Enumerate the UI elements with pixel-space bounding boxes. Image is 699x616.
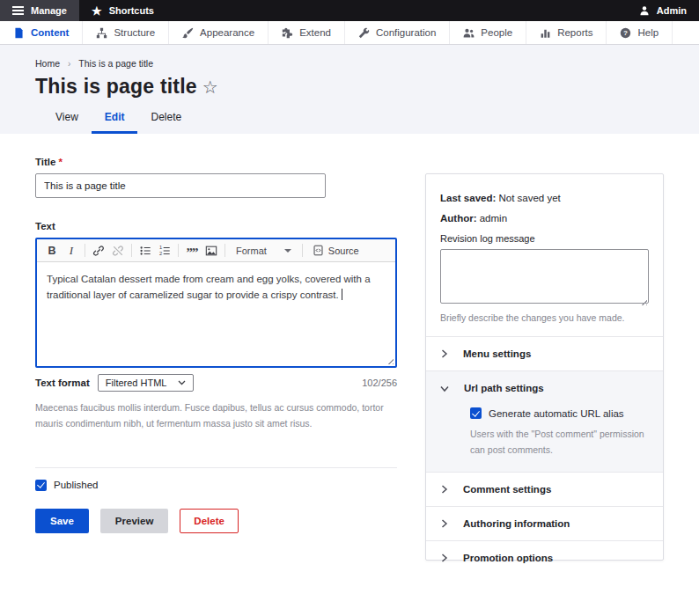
manage-label: Manage: [31, 5, 67, 16]
text-format-value: Filtered HTML: [106, 378, 167, 388]
star-icon: ★: [92, 5, 102, 17]
menu-item-label: Appearance: [200, 27, 254, 38]
title-field-label: Title*: [35, 157, 397, 167]
puzzle-icon: [282, 27, 293, 39]
menu-item-content[interactable]: Content: [0, 21, 83, 44]
tab-view[interactable]: View: [42, 102, 92, 134]
menu-item-help[interactable]: ? Help: [607, 21, 673, 44]
editor-content-area[interactable]: Typical Catalan dessert made from cream …: [37, 262, 395, 366]
url-alias-checkbox[interactable]: [470, 407, 482, 419]
editor-toolbar: B I 12 ””: [37, 239, 395, 262]
editor-text: Typical Catalan dessert made from cream …: [47, 274, 371, 300]
menu-item-extend[interactable]: Extend: [269, 21, 345, 44]
bold-button[interactable]: B: [42, 242, 62, 259]
author-value: admin: [480, 213, 507, 224]
admin-user-label: Admin: [657, 5, 687, 16]
form-actions: Save Preview Delete: [35, 509, 397, 533]
chevron-right-icon: [440, 554, 448, 562]
section-comment-settings-toggle[interactable]: Comment settings: [426, 473, 663, 506]
revision-log-textarea[interactable]: [440, 249, 649, 304]
toolbar-separator: [131, 244, 132, 257]
question-icon: ?: [620, 27, 631, 39]
person-icon: [639, 5, 650, 16]
published-checkbox[interactable]: [35, 480, 47, 491]
author-line: Author: admin: [440, 213, 649, 224]
published-label: Published: [54, 480, 99, 490]
menu-item-reports[interactable]: Reports: [526, 21, 607, 44]
revision-log-wrapper: [440, 249, 649, 307]
admin-user-menu[interactable]: Admin: [627, 0, 699, 21]
chevron-down-icon: [178, 380, 186, 385]
breadcrumb-current: This is a page title: [78, 58, 153, 69]
manage-menu-button[interactable]: Manage: [0, 0, 79, 21]
svg-text:?: ?: [623, 29, 628, 37]
chevron-right-icon: [440, 519, 448, 528]
blockquote-button[interactable]: ””: [182, 242, 202, 259]
section-authoring-toggle[interactable]: Authoring information: [426, 507, 663, 540]
admin-menu-bar: Content Structure Appearance Extend Conf…: [0, 21, 699, 45]
breadcrumb-home-link[interactable]: Home: [35, 58, 60, 69]
revision-log-label: Revision log message: [440, 233, 649, 244]
bulleted-list-button[interactable]: [136, 242, 155, 259]
section-label: Authoring information: [463, 518, 570, 529]
editor-resize-handle[interactable]: [386, 356, 394, 364]
menu-item-appearance[interactable]: Appearance: [169, 21, 269, 44]
breadcrumb-separator-icon: ›: [68, 59, 70, 69]
text-format-row: Text format Filtered HTML 102/256: [35, 374, 397, 392]
unlink-button[interactable]: [108, 242, 128, 259]
section-url-path-toggle[interactable]: Url path settings: [426, 371, 663, 405]
hamburger-icon: [12, 10, 24, 11]
section-menu-settings: Menu settings: [426, 336, 663, 370]
file-icon: [13, 27, 25, 39]
section-authoring-information: Authoring information: [426, 506, 663, 540]
chevron-right-icon: [440, 349, 448, 358]
numbered-list-button[interactable]: 12: [155, 242, 174, 259]
menu-item-structure[interactable]: Structure: [83, 21, 169, 44]
main-content: Title* Text B I 12: [0, 134, 699, 561]
unlink-icon: [112, 245, 124, 257]
menu-item-label: Content: [31, 27, 69, 38]
link-icon: [92, 245, 105, 257]
shortcuts-label: Shortcuts: [109, 5, 154, 16]
svg-text:1: 1: [159, 245, 162, 250]
menu-item-label: Help: [637, 27, 659, 38]
source-icon: [313, 245, 324, 256]
section-promotion-toggle[interactable]: Promotion options: [426, 541, 663, 575]
menu-item-configuration[interactable]: Configuration: [345, 21, 450, 44]
image-button[interactable]: [202, 242, 221, 259]
section-label: Promotion options: [463, 553, 553, 563]
favorite-star-icon[interactable]: ☆: [202, 77, 218, 97]
source-button[interactable]: Source: [306, 245, 365, 256]
tab-edit[interactable]: Edit: [92, 102, 138, 134]
menu-item-label: Reports: [557, 27, 592, 38]
save-button[interactable]: Save: [35, 509, 89, 533]
section-label: Url path settings: [464, 383, 544, 393]
text-format-select[interactable]: Filtered HTML: [98, 374, 195, 392]
page-title: This is page title☆: [35, 75, 699, 99]
url-alias-checkbox-row[interactable]: Generate automatic URL alias: [470, 407, 649, 419]
svg-text:2: 2: [159, 251, 162, 256]
node-meta-info: Last saved: Not saved yet Author: admin …: [426, 174, 663, 336]
wrench-icon: [358, 27, 370, 39]
breadcrumb: Home › This is a page title: [35, 58, 699, 69]
published-checkbox-row[interactable]: Published: [35, 480, 397, 491]
shortcuts-menu-button[interactable]: ★ Shortcuts: [79, 0, 166, 21]
character-counter: 102/256: [362, 378, 397, 388]
title-input[interactable]: [35, 173, 326, 198]
last-saved-label: Last saved:: [440, 193, 496, 203]
tab-delete[interactable]: Delete: [137, 102, 195, 134]
node-meta-sidebar: Last saved: Not saved yet Author: admin …: [425, 173, 664, 561]
menu-item-label: Extend: [299, 27, 331, 38]
section-comment-settings: Comment settings: [426, 472, 663, 506]
menu-item-people[interactable]: People: [450, 21, 526, 44]
menu-item-label: Structure: [114, 27, 155, 38]
section-menu-settings-toggle[interactable]: Menu settings: [426, 337, 663, 370]
preview-button[interactable]: Preview: [100, 509, 168, 533]
page-title-text: This is page title: [35, 75, 197, 98]
format-dropdown[interactable]: Format: [229, 246, 298, 256]
delete-button[interactable]: Delete: [180, 509, 239, 533]
italic-button[interactable]: I: [62, 242, 81, 259]
admin-bar-spacer: [166, 0, 627, 21]
sitemap-icon: [96, 27, 107, 39]
link-button[interactable]: [89, 242, 108, 259]
